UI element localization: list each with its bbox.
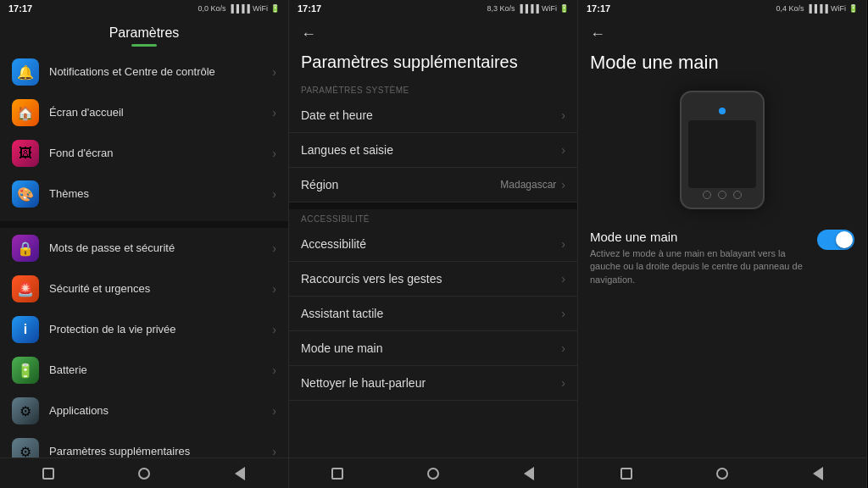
chevron-icon: › xyxy=(561,178,565,191)
list-item-langues[interactable]: Langues et saisie › xyxy=(289,133,577,168)
nav-circle-button-3[interactable] xyxy=(714,465,731,482)
toggle-thumb xyxy=(836,231,853,248)
chevron-icon: › xyxy=(561,376,565,390)
protection-icon: i xyxy=(12,316,39,343)
phone-mockup xyxy=(680,91,765,209)
signal-icon-3: ▐▐▐▐ xyxy=(806,4,828,13)
chevron-icon: › xyxy=(272,106,276,119)
nav-circle-button-2[interactable] xyxy=(425,465,442,482)
status-icons-1: 0,0 Ko/s ▐▐▐▐ WiFi 🔋 xyxy=(198,4,280,13)
settings-item-themes[interactable]: 🎨 Thèmes › xyxy=(0,174,288,214)
accessibilite-label: Accessibilité xyxy=(301,237,366,251)
status-bar-2: 17:17 8,3 Ko/s ▐▐▐▐ WiFi 🔋 xyxy=(289,0,577,17)
langues-label: Langues et saisie xyxy=(301,143,393,157)
chevron-icon: › xyxy=(272,282,276,296)
settings-item-parametres-supp[interactable]: ⚙ Paramètres supplémentaires › xyxy=(0,431,288,458)
chevron-icon: › xyxy=(561,272,565,286)
list-item-region[interactable]: Région Madagascar › xyxy=(289,168,577,202)
chevron-icon: › xyxy=(272,187,276,201)
settings-item-mots[interactable]: 🔒 Mots de passe et sécurité › xyxy=(0,228,288,269)
time-3: 17:17 xyxy=(587,3,610,14)
chevron-icon: › xyxy=(272,65,276,79)
nettoyer-label: Nettoyer le haut-parleur xyxy=(301,376,426,390)
list-item-nettoyer[interactable]: Nettoyer le haut-parleur › xyxy=(289,366,577,401)
securite-icon: 🚨 xyxy=(12,275,39,302)
nav-circle-button[interactable] xyxy=(136,465,153,482)
applications-icon: ⚙ xyxy=(12,397,39,424)
panel3-header: ← xyxy=(578,17,866,47)
mode-toggle-row: Mode une main Activez le mode à une main… xyxy=(578,221,866,295)
applications-label: Applications xyxy=(49,404,272,419)
chevron-icon: › xyxy=(561,307,565,320)
panel2-list: PARAMÈTRES SYSTÈME Date et heure › Langu… xyxy=(289,80,577,458)
signal-icon-2: ▐▐▐▐ xyxy=(517,4,539,13)
settings-title: Paramètres xyxy=(0,25,288,41)
list-item-mode-main[interactable]: Mode une main › xyxy=(289,331,577,366)
settings-item-securite[interactable]: 🚨 Sécurité et urgences › xyxy=(0,269,288,309)
settings-item-applications[interactable]: ⚙ Applications › xyxy=(0,391,288,431)
network-info-2: 8,3 Ko/s xyxy=(487,4,515,13)
ecran-icon: 🏠 xyxy=(12,99,39,126)
phone-illustration xyxy=(578,82,866,221)
mode-description: Mode une main Activez le mode à une main… xyxy=(590,230,817,286)
mode-desc-title: Mode une main xyxy=(590,230,817,244)
status-bar-3: 17:17 0,4 Ko/s ▐▐▐▐ WiFi 🔋 xyxy=(578,0,866,17)
panel-2: 17:17 8,3 Ko/s ▐▐▐▐ WiFi 🔋 ← Paramètres … xyxy=(289,0,578,488)
list-item-assistant[interactable]: Assistant tactile › xyxy=(289,297,577,331)
notifications-icon: 🔔 xyxy=(12,58,39,86)
panel3-title: Mode une main xyxy=(578,47,866,82)
back-arrow-button-3[interactable]: ← xyxy=(590,25,605,42)
nav-square-button[interactable] xyxy=(40,465,57,482)
mode-main-toggle[interactable] xyxy=(817,230,854,250)
settings-item-fond[interactable]: 🖼 Fond d'écran › xyxy=(0,133,288,174)
back-arrow-button[interactable]: ← xyxy=(301,25,316,43)
status-bar-1: 17:17 0,0 Ko/s ▐▐▐▐ WiFi 🔋 xyxy=(0,0,288,17)
settings-item-ecran[interactable]: 🏠 Écran d'accueil › xyxy=(0,92,288,133)
chevron-icon: › xyxy=(272,445,276,458)
themes-icon: 🎨 xyxy=(12,180,39,208)
wifi-icon-3: WiFi xyxy=(831,4,846,13)
region-label: Région xyxy=(301,178,338,191)
settings-item-batterie[interactable]: 🔋 Batterie › xyxy=(0,350,288,391)
wifi-icon: WiFi xyxy=(253,4,268,13)
panel-3: 17:17 0,4 Ko/s ▐▐▐▐ WiFi 🔋 ← Mode une ma… xyxy=(578,0,867,488)
settings-item-notifications[interactable]: 🔔 Notifications et Centre de contrôle › xyxy=(0,52,288,92)
date-label: Date et heure xyxy=(301,108,373,122)
mode-desc-text: Activez le mode à une main en balayant v… xyxy=(590,247,817,286)
section-divider-2 xyxy=(289,202,577,209)
settings-list: 🔔 Notifications et Centre de contrôle › … xyxy=(0,52,288,458)
raccourcis-label: Raccourcis vers les gestes xyxy=(301,272,442,286)
mode-main-label: Mode une main xyxy=(301,341,383,355)
section-divider xyxy=(0,221,288,228)
notifications-label: Notifications et Centre de contrôle xyxy=(49,65,272,80)
nav-square-button-2[interactable] xyxy=(329,465,346,482)
batterie-icon: 🔋 xyxy=(12,357,39,384)
bottom-nav-1 xyxy=(0,458,288,488)
chevron-icon: › xyxy=(272,323,276,336)
assistant-label: Assistant tactile xyxy=(301,307,383,320)
nav-back-button-3[interactable] xyxy=(810,465,826,482)
list-item-raccourcis[interactable]: Raccourcis vers les gestes › xyxy=(289,262,577,297)
nav-square-button-3[interactable] xyxy=(618,465,635,482)
region-value: Madagascar xyxy=(500,179,556,191)
list-item-date[interactable]: Date et heure › xyxy=(289,98,577,133)
parametres-supp-icon: ⚙ xyxy=(12,438,39,458)
list-item-accessibilite[interactable]: Accessibilité › xyxy=(289,227,577,262)
status-icons-2: 8,3 Ko/s ▐▐▐▐ WiFi 🔋 xyxy=(487,4,569,13)
securite-label: Sécurité et urgences xyxy=(49,282,272,297)
settings-header: Paramètres xyxy=(0,17,288,52)
bottom-nav-3 xyxy=(578,458,866,488)
panel2-title: Paramètres supplémentaires xyxy=(289,48,577,80)
settings-item-protection[interactable]: i Protection de la vie privée › xyxy=(0,309,288,350)
time-1: 17:17 xyxy=(8,3,32,14)
phone-mock-screen xyxy=(688,120,756,188)
nav-back-button-2[interactable] xyxy=(520,465,537,482)
phone-mock-nav xyxy=(703,191,742,199)
chevron-icon: › xyxy=(561,108,565,122)
chevron-icon: › xyxy=(561,341,565,355)
chevron-icon: › xyxy=(561,237,565,251)
batterie-label: Batterie xyxy=(49,363,272,378)
mock-nav-triangle xyxy=(733,191,742,199)
mots-icon: 🔒 xyxy=(12,235,39,262)
nav-back-button[interactable] xyxy=(231,465,248,482)
